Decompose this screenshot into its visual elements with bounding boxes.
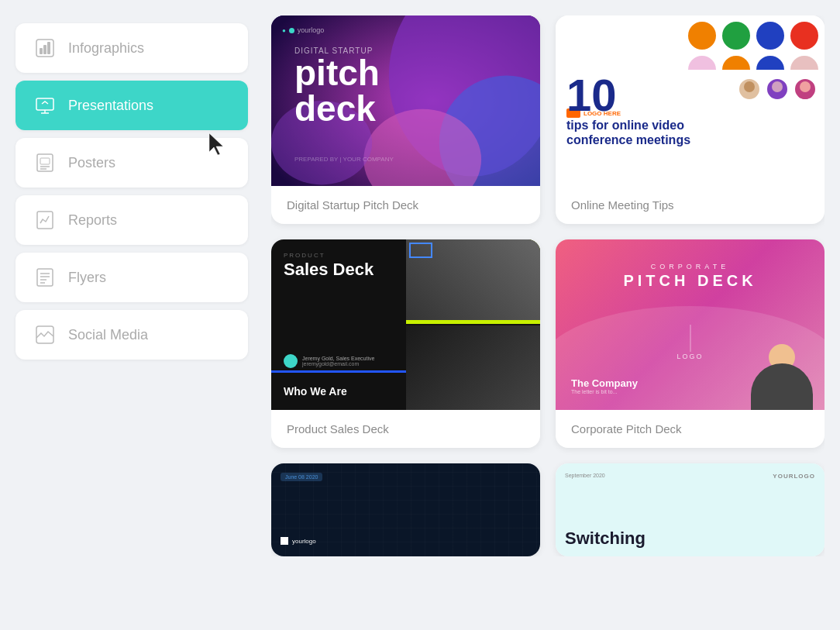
startup-title: digital startup pitchdeck <box>294 46 380 126</box>
svg-rect-9 <box>40 158 50 164</box>
sidebar-item-reports[interactable]: Reports <box>15 195 248 245</box>
switching-bg: September 2020 YOURLOGO Switching <box>556 463 825 556</box>
sales-who-label: Who We Are <box>284 385 347 398</box>
card-label-online-meeting: Online Meeting Tips <box>556 186 825 224</box>
card-thumb-corporate-pitch: CORPORATE PITCH DECK LOGO The Company Th… <box>556 239 825 410</box>
meeting-thumb-bg: LOGO HERE 10 tips for online video confe… <box>556 15 825 186</box>
card-label-corporate-pitch: Corporate Pitch Deck <box>556 410 825 448</box>
startup-logo: yourlogo <box>282 26 324 34</box>
sidebar-item-infographics[interactable]: Infographics <box>15 23 248 73</box>
corp-divider-line <box>690 325 690 352</box>
sales-thumb-bg: PRODUCT Sales Deck Jeremy Gold, Sales Ex… <box>271 239 540 410</box>
building-logo-area: yourlogo <box>281 537 316 545</box>
card-thumb-dark-building: June 08 2020 yourlogo <box>271 463 540 556</box>
building-date: June 08 2020 <box>281 473 322 481</box>
infographics-icon <box>34 37 56 59</box>
svg-marker-7 <box>209 133 223 155</box>
sidebar-item-presentations-label: Presentations <box>68 98 153 114</box>
sidebar-item-presentations[interactable]: Presentations <box>15 81 248 130</box>
svg-rect-1 <box>40 48 43 54</box>
reports-icon <box>34 209 56 231</box>
sidebar-item-flyers-label: Flyers <box>68 270 106 286</box>
sales-text-area: PRODUCT Sales Deck <box>284 252 374 279</box>
svg-rect-4 <box>36 98 53 110</box>
card-corporate-pitch[interactable]: CORPORATE PITCH DECK LOGO The Company Th… <box>556 239 825 448</box>
sidebar-item-social-media[interactable]: Social Media <box>15 310 248 360</box>
card-online-meeting[interactable]: LOGO HERE 10 tips for online video confe… <box>556 15 825 224</box>
sidebar-item-reports-label: Reports <box>68 212 117 229</box>
social-media-icon <box>34 324 56 346</box>
dark-building-bg: June 08 2020 yourlogo <box>271 463 540 556</box>
sales-images <box>406 239 541 410</box>
presentations-icon <box>34 95 56 116</box>
switching-date: September 2020 <box>565 473 605 478</box>
startup-thumb-bg: yourlogo digital startup pitchdeck PREPA… <box>271 15 540 186</box>
meeting-number-area: 10 tips for online video conference meet… <box>566 73 706 147</box>
card-label-product-sales: Product Sales Deck <box>271 410 540 448</box>
card-thumb-product-sales: PRODUCT Sales Deck Jeremy Gold, Sales Ex… <box>271 239 540 410</box>
sidebar: Infographics Presentations Posters <box>15 15 248 360</box>
sidebar-item-social-media-label: Social Media <box>68 327 148 343</box>
card-label-digital-startup: Digital Startup Pitch Deck <box>271 186 540 224</box>
switching-title: Switching <box>565 528 645 549</box>
card-dark-building[interactable]: June 08 2020 yourlogo <box>271 463 540 556</box>
svg-rect-3 <box>47 42 50 54</box>
card-product-sales[interactable]: PRODUCT Sales Deck Jeremy Gold, Sales Ex… <box>271 239 540 448</box>
sidebar-item-infographics-label: Infographics <box>68 40 144 57</box>
corp-person-silhouette <box>747 332 817 410</box>
svg-rect-2 <box>43 45 46 54</box>
card-switching[interactable]: September 2020 YOURLOGO Switching <box>556 463 825 556</box>
card-thumb-switching: September 2020 YOURLOGO Switching <box>556 463 825 556</box>
card-thumb-online-meeting: LOGO HERE 10 tips for online video confe… <box>556 15 825 186</box>
sidebar-item-flyers[interactable]: Flyers <box>15 253 248 302</box>
posters-icon <box>34 152 56 174</box>
card-digital-startup[interactable]: yourlogo digital startup pitchdeck PREPA… <box>271 15 540 224</box>
content-grid: yourlogo digital startup pitchdeck PREPA… <box>271 15 825 556</box>
mouse-cursor <box>208 132 225 158</box>
card-thumb-digital-startup: yourlogo digital startup pitchdeck PREPA… <box>271 15 540 186</box>
corp-title-area: CORPORATE PITCH DECK <box>556 263 825 290</box>
flyers-icon <box>34 267 56 288</box>
svg-rect-12 <box>37 212 53 229</box>
sidebar-item-posters-label: Posters <box>68 155 115 171</box>
switching-brand: YOURLOGO <box>773 473 815 480</box>
corporate-thumb-bg: CORPORATE PITCH DECK LOGO The Company Th… <box>556 239 825 410</box>
sales-person-info: Jeremy Gold, Sales Executive jeremygold@… <box>284 354 374 368</box>
sales-blue-line <box>271 370 406 373</box>
corp-company-info: The Company The letter is bit to... <box>571 377 638 394</box>
startup-footer: PREPARED BY | YOUR COMPANY <box>294 156 394 163</box>
